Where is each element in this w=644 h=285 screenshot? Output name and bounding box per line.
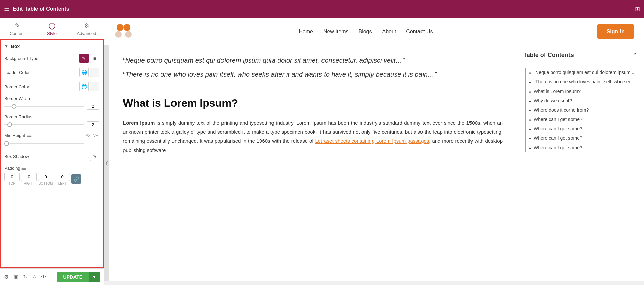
- settings-icon[interactable]: ⚙: [4, 274, 9, 280]
- svg-point-0: [117, 24, 123, 31]
- padding-left-input[interactable]: 0: [55, 173, 70, 181]
- logo: [114, 21, 134, 42]
- border-radius-label: Border Radius: [4, 114, 99, 119]
- border-radius-row: Border Radius 2: [4, 114, 99, 128]
- border-width-control: 2: [4, 103, 99, 110]
- tab-content-label: Content: [10, 31, 25, 36]
- layers-icon[interactable]: ▣: [13, 274, 18, 280]
- toc-item-label: Where can I get some?: [534, 145, 582, 150]
- box-shadow-edit-btn[interactable]: ✎: [90, 152, 99, 161]
- toc-item[interactable]: ● "Neque porro quisquam est qui dolorem …: [525, 68, 637, 77]
- padding-label-text: Padding: [4, 166, 20, 171]
- nav-new-items[interactable]: New Items: [323, 28, 349, 35]
- border-width-row: Border Width 2: [4, 96, 99, 110]
- toc-item-label: Why do we use it?: [534, 98, 572, 103]
- toc-dot: ●: [529, 137, 531, 140]
- padding-left-label: LEFT: [58, 182, 66, 185]
- update-button[interactable]: UPDATE: [57, 272, 89, 282]
- padding-link-btn[interactable]: 🔗: [71, 174, 81, 184]
- responsive-icon[interactable]: △: [32, 274, 36, 280]
- toc-item-label: "Neque porro quisquam est qui dolorem ip…: [534, 70, 634, 75]
- border-width-label: Border Width: [4, 96, 99, 101]
- loader-color-global-btn[interactable]: 🌐: [79, 68, 89, 77]
- padding-left-group: 0 LEFT: [55, 173, 70, 185]
- border-width-input[interactable]: 2: [87, 103, 99, 110]
- nav-links: Home New Items Blogs About Contact Us: [299, 28, 433, 35]
- tab-content[interactable]: ✎ Content: [0, 18, 35, 39]
- nav-about[interactable]: About: [382, 28, 396, 35]
- toc-item[interactable]: ● Where can I get some?: [525, 143, 637, 152]
- unit-vh[interactable]: VH: [92, 133, 99, 138]
- padding-top-input[interactable]: 0: [4, 173, 20, 181]
- tab-style[interactable]: ◯ Style: [35, 18, 69, 39]
- toc-item-label: Where can I get some?: [534, 126, 582, 131]
- background-classic-btn[interactable]: ✎: [79, 54, 89, 63]
- toc-item-label: Where does it come from?: [534, 107, 589, 113]
- history-icon[interactable]: ↻: [23, 274, 28, 280]
- border-radius-slider[interactable]: [4, 124, 84, 125]
- padding-bottom-group: 0 BOTTOM: [38, 173, 53, 185]
- toc-item[interactable]: ● What is Lorem Ipsum?: [525, 87, 637, 96]
- toc-item[interactable]: ● Where can I get some?: [525, 133, 637, 143]
- border-color-label: Border Color: [4, 84, 79, 89]
- update-arrow-button[interactable]: ▼: [89, 272, 100, 282]
- main-heading: What is Lorem Ipsum?: [123, 87, 503, 113]
- toc-dot: ●: [529, 99, 531, 103]
- unit-px[interactable]: PX: [85, 133, 92, 138]
- border-color-global-btn[interactable]: 🌐: [79, 82, 89, 91]
- toc-collapse-btn[interactable]: ⌃: [633, 52, 637, 58]
- content-icon: ✎: [15, 22, 20, 30]
- tab-advanced-label: Advanced: [77, 31, 96, 36]
- signin-button[interactable]: Sign In: [597, 24, 634, 39]
- toc-title: Table of Contents: [523, 52, 574, 59]
- background-type-controls: ✎ ■: [79, 54, 99, 63]
- min-height-units: PX VH: [85, 133, 99, 138]
- toc-item[interactable]: ● Where does it come from?: [525, 105, 637, 115]
- border-width-slider[interactable]: [4, 106, 84, 107]
- svg-point-2: [115, 31, 122, 38]
- advanced-icon: ⚙: [84, 22, 89, 30]
- background-type-row: Background Type ✎ ■: [4, 54, 99, 63]
- padding-right-input[interactable]: 0: [21, 173, 37, 181]
- letraset-link[interactable]: Letraset sheets containing Lorem Ipsum p…: [315, 138, 429, 144]
- box-section-title: Box: [11, 44, 20, 49]
- min-height-input[interactable]: [87, 140, 99, 147]
- hamburger-icon[interactable]: ☰: [4, 5, 9, 13]
- nav-blogs[interactable]: Blogs: [358, 28, 372, 35]
- collapse-handle[interactable]: ❮: [104, 45, 109, 281]
- padding-bottom-input[interactable]: 0: [38, 173, 53, 181]
- navbar: Home New Items Blogs About Contact Us Si…: [104, 18, 644, 45]
- svg-point-1: [123, 24, 130, 31]
- padding-top-group: 0 TOP: [4, 173, 20, 185]
- toc-item-label: What is Lorem Ipsum?: [534, 89, 581, 94]
- loader-color-swatch[interactable]: [90, 68, 99, 77]
- min-height-control: [4, 140, 99, 147]
- left-panel: ✎ Content ◯ Style ⚙ Advanced ▼ Box Backg…: [0, 18, 104, 285]
- border-color-swatch[interactable]: [90, 82, 99, 91]
- background-gradient-btn[interactable]: ■: [90, 54, 99, 63]
- svg-point-3: [125, 31, 132, 38]
- toc-item[interactable]: ● Where can I get some?: [525, 124, 637, 133]
- toc-item[interactable]: ● Where can I get some?: [525, 115, 637, 124]
- border-color-row: Border Color 🌐: [4, 82, 99, 91]
- nav-home[interactable]: Home: [299, 28, 313, 35]
- eye-icon[interactable]: 👁: [41, 274, 46, 280]
- toc-item[interactable]: ● Why do we use it?: [525, 96, 637, 105]
- toc-dot: ●: [529, 90, 531, 94]
- nav-contact[interactable]: Contact Us: [406, 28, 433, 35]
- section-toggle[interactable]: ▼: [4, 44, 8, 49]
- border-radius-input[interactable]: 2: [87, 121, 99, 128]
- tab-style-label: Style: [47, 31, 57, 36]
- padding-top-label: TOP: [9, 182, 15, 185]
- border-color-controls: 🌐: [79, 82, 99, 91]
- toc-item[interactable]: ● "There is no one who loves pain itself…: [525, 77, 637, 87]
- toc-item-label: Where can I get some?: [534, 117, 582, 122]
- toc-dot: ●: [529, 109, 531, 112]
- grid-icon[interactable]: ⊞: [635, 5, 640, 13]
- box-shadow-label: Box Shadow: [4, 154, 90, 159]
- style-icon: ◯: [49, 22, 55, 30]
- bottom-scrollbar[interactable]: [104, 281, 644, 285]
- tab-advanced[interactable]: ⚙ Advanced: [69, 18, 104, 39]
- box-shadow-controls: ✎: [90, 152, 99, 161]
- min-height-slider[interactable]: [4, 143, 84, 144]
